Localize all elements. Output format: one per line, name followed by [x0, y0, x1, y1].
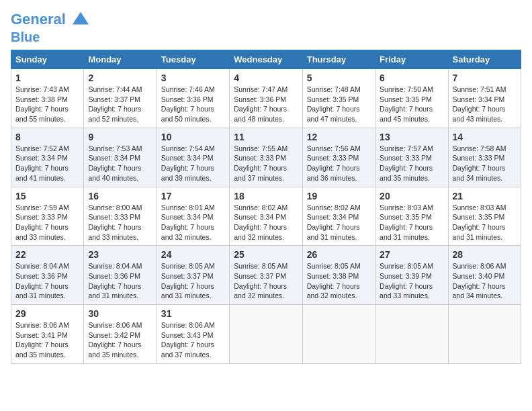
day-number: 29	[15, 308, 79, 319]
cell-info: Sunrise: 7:46 AMSunset: 3:36 PMDaylight:…	[161, 85, 215, 123]
cell-info: Sunrise: 7:55 AMSunset: 3:33 PMDaylight:…	[234, 144, 287, 182]
calendar-cell: 10 Sunrise: 7:54 AMSunset: 3:34 PMDaylig…	[157, 128, 229, 187]
day-number: 24	[161, 249, 225, 260]
cell-info: Sunrise: 8:02 AMSunset: 3:34 PMDaylight:…	[307, 203, 361, 241]
day-number: 4	[234, 73, 298, 83]
cell-info: Sunrise: 7:59 AMSunset: 3:33 PMDaylight:…	[15, 203, 69, 241]
day-number: 2	[88, 73, 152, 83]
calendar-cell: 20 Sunrise: 8:03 AMSunset: 3:35 PMDaylig…	[375, 187, 448, 246]
day-number: 12	[307, 132, 371, 142]
day-number: 18	[234, 191, 298, 201]
calendar-cell: 13 Sunrise: 7:57 AMSunset: 3:33 PMDaylig…	[375, 128, 448, 187]
cell-info: Sunrise: 7:51 AMSunset: 3:34 PMDaylight:…	[453, 85, 506, 123]
day-number: 19	[307, 191, 371, 201]
day-number: 9	[88, 132, 152, 142]
day-number: 23	[88, 249, 152, 260]
cell-info: Sunrise: 7:48 AMSunset: 3:35 PMDaylight:…	[307, 85, 361, 123]
cell-info: Sunrise: 7:53 AMSunset: 3:34 PMDaylight:…	[88, 144, 142, 182]
day-number: 17	[161, 191, 225, 201]
day-number: 28	[453, 249, 517, 260]
day-number: 26	[307, 249, 371, 260]
day-number: 8	[15, 132, 79, 142]
calendar-cell: 23 Sunrise: 8:04 AMSunset: 3:36 PMDaylig…	[84, 246, 157, 305]
calendar-cell	[448, 305, 521, 364]
day-number: 25	[234, 249, 298, 260]
calendar-cell: 8 Sunrise: 7:52 AMSunset: 3:34 PMDayligh…	[11, 128, 84, 187]
calendar-table: SundayMondayTuesdayWednesdayThursdayFrid…	[11, 50, 521, 364]
weekday-header: Tuesday	[157, 50, 229, 69]
cell-info: Sunrise: 8:05 AMSunset: 3:37 PMDaylight:…	[234, 262, 287, 300]
calendar-cell: 7 Sunrise: 7:51 AMSunset: 3:34 PMDayligh…	[448, 69, 521, 128]
logo-text: General	[11, 11, 90, 30]
cell-info: Sunrise: 8:02 AMSunset: 3:34 PMDaylight:…	[234, 203, 287, 241]
calendar-cell: 15 Sunrise: 7:59 AMSunset: 3:33 PMDaylig…	[11, 187, 84, 246]
calendar-cell: 29 Sunrise: 8:06 AMSunset: 3:41 PMDaylig…	[11, 305, 84, 364]
calendar-cell: 16 Sunrise: 8:00 AMSunset: 3:33 PMDaylig…	[84, 187, 157, 246]
cell-info: Sunrise: 8:06 AMSunset: 3:40 PMDaylight:…	[453, 262, 506, 300]
cell-info: Sunrise: 8:04 AMSunset: 3:36 PMDaylight:…	[88, 262, 142, 300]
calendar-cell: 17 Sunrise: 8:01 AMSunset: 3:34 PMDaylig…	[157, 187, 229, 246]
calendar-cell: 24 Sunrise: 8:05 AMSunset: 3:37 PMDaylig…	[157, 246, 229, 305]
day-number: 3	[161, 73, 225, 83]
calendar-cell	[375, 305, 448, 364]
weekday-header: Friday	[375, 50, 448, 69]
calendar-cell: 1 Sunrise: 7:43 AMSunset: 3:38 PMDayligh…	[11, 69, 84, 128]
day-number: 20	[380, 191, 443, 201]
day-number: 30	[88, 308, 152, 319]
weekday-header: Sunday	[11, 50, 84, 69]
calendar-cell	[230, 305, 302, 364]
calendar-cell: 2 Sunrise: 7:44 AMSunset: 3:37 PMDayligh…	[84, 69, 157, 128]
calendar-cell	[302, 305, 375, 364]
cell-info: Sunrise: 8:03 AMSunset: 3:35 PMDaylight:…	[380, 203, 433, 241]
cell-info: Sunrise: 7:47 AMSunset: 3:36 PMDaylight:…	[234, 85, 287, 123]
cell-info: Sunrise: 7:52 AMSunset: 3:34 PMDaylight:…	[15, 144, 69, 182]
cell-info: Sunrise: 8:06 AMSunset: 3:43 PMDaylight:…	[161, 321, 215, 359]
logo: General Blue	[11, 11, 90, 44]
calendar-cell: 14 Sunrise: 7:58 AMSunset: 3:33 PMDaylig…	[448, 128, 521, 187]
cell-info: Sunrise: 8:05 AMSunset: 3:39 PMDaylight:…	[380, 262, 433, 300]
day-number: 31	[161, 308, 225, 319]
cell-info: Sunrise: 7:57 AMSunset: 3:33 PMDaylight:…	[380, 144, 433, 182]
cell-info: Sunrise: 8:04 AMSunset: 3:36 PMDaylight:…	[15, 262, 69, 300]
calendar-cell: 9 Sunrise: 7:53 AMSunset: 3:34 PMDayligh…	[84, 128, 157, 187]
cell-info: Sunrise: 8:05 AMSunset: 3:38 PMDaylight:…	[307, 262, 361, 300]
cell-info: Sunrise: 7:58 AMSunset: 3:33 PMDaylight:…	[453, 144, 506, 182]
day-number: 15	[15, 191, 79, 201]
calendar-cell: 30 Sunrise: 8:06 AMSunset: 3:42 PMDaylig…	[84, 305, 157, 364]
calendar-cell: 5 Sunrise: 7:48 AMSunset: 3:35 PMDayligh…	[302, 69, 375, 128]
calendar-cell: 28 Sunrise: 8:06 AMSunset: 3:40 PMDaylig…	[448, 246, 521, 305]
cell-info: Sunrise: 8:06 AMSunset: 3:41 PMDaylight:…	[15, 321, 69, 359]
day-number: 14	[453, 132, 517, 142]
day-number: 27	[380, 249, 443, 260]
day-number: 16	[88, 191, 152, 201]
cell-info: Sunrise: 7:56 AMSunset: 3:33 PMDaylight:…	[307, 144, 361, 182]
calendar-cell: 27 Sunrise: 8:05 AMSunset: 3:39 PMDaylig…	[375, 246, 448, 305]
day-number: 5	[307, 73, 371, 83]
day-number: 21	[453, 191, 517, 201]
day-number: 1	[15, 73, 79, 83]
weekday-header: Thursday	[302, 50, 375, 69]
cell-info: Sunrise: 8:01 AMSunset: 3:34 PMDaylight:…	[161, 203, 215, 241]
calendar-cell: 25 Sunrise: 8:05 AMSunset: 3:37 PMDaylig…	[230, 246, 302, 305]
cell-info: Sunrise: 8:06 AMSunset: 3:42 PMDaylight:…	[88, 321, 142, 359]
logo-text-blue: Blue	[11, 30, 90, 44]
cell-info: Sunrise: 7:43 AMSunset: 3:38 PMDaylight:…	[15, 85, 69, 123]
cell-info: Sunrise: 8:00 AMSunset: 3:33 PMDaylight:…	[88, 203, 142, 241]
calendar-cell: 22 Sunrise: 8:04 AMSunset: 3:36 PMDaylig…	[11, 246, 84, 305]
weekday-header: Monday	[84, 50, 157, 69]
day-number: 10	[161, 132, 225, 142]
calendar-cell: 26 Sunrise: 8:05 AMSunset: 3:38 PMDaylig…	[302, 246, 375, 305]
cell-info: Sunrise: 8:03 AMSunset: 3:35 PMDaylight:…	[453, 203, 506, 241]
day-number: 7	[453, 73, 517, 83]
day-number: 22	[15, 249, 79, 260]
cell-info: Sunrise: 7:44 AMSunset: 3:37 PMDaylight:…	[88, 85, 142, 123]
calendar-cell: 11 Sunrise: 7:55 AMSunset: 3:33 PMDaylig…	[230, 128, 302, 187]
day-number: 6	[380, 73, 443, 83]
weekday-header: Saturday	[448, 50, 521, 69]
calendar-cell: 12 Sunrise: 7:56 AMSunset: 3:33 PMDaylig…	[302, 128, 375, 187]
page-header: General Blue	[11, 11, 521, 44]
weekday-header: Wednesday	[230, 50, 302, 69]
cell-info: Sunrise: 8:05 AMSunset: 3:37 PMDaylight:…	[161, 262, 215, 300]
svg-marker-0	[73, 12, 89, 25]
calendar-cell: 21 Sunrise: 8:03 AMSunset: 3:35 PMDaylig…	[448, 187, 521, 246]
